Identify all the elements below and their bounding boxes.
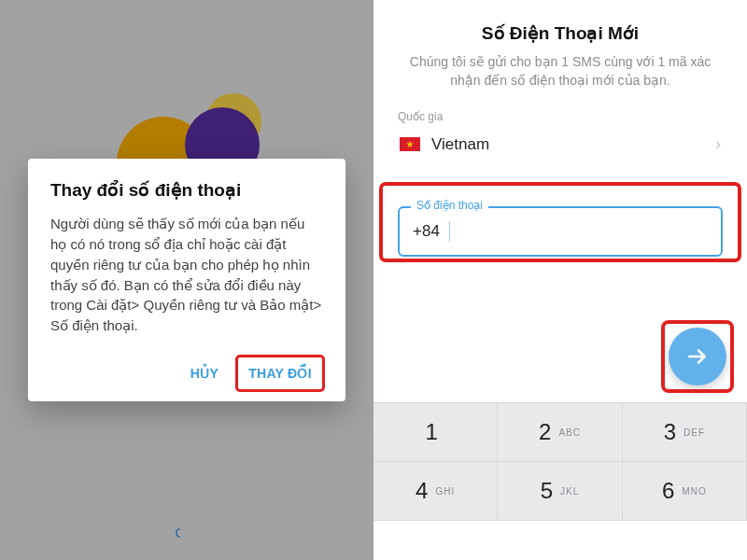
phone-field-highlight: Số điện thoại +84	[383, 186, 738, 259]
next-button-highlight	[665, 324, 730, 389]
modal-scrim[interactable]: Thay đổi số điện thoại Người dùng sẽ thấ…	[0, 0, 374, 560]
dialog-body: Người dùng sẽ thấy số mới của bạn nếu họ…	[50, 214, 323, 336]
confirm-button[interactable]: THAY ĐỔI	[237, 357, 323, 390]
dialog-actions: HỦY THAY ĐỔI	[50, 357, 323, 390]
phone-input[interactable]	[459, 222, 708, 241]
key-1[interactable]: 1	[374, 403, 498, 462]
cancel-button[interactable]: HỦY	[179, 357, 230, 390]
country-name: Vietnam	[431, 135, 704, 154]
key-2[interactable]: 2ABC	[498, 403, 622, 462]
country-selector[interactable]: Vietnam ›	[394, 127, 726, 165]
key-3[interactable]: 3DEF	[623, 403, 747, 462]
page-title: Số Điện Thoại Mới	[398, 22, 723, 44]
dialog-title: Thay đổi số điện thoại	[50, 179, 323, 201]
key-5[interactable]: 5JKL	[498, 462, 622, 521]
phone-prefix: +84	[413, 222, 440, 241]
phone-label: Số điện thoại	[411, 199, 488, 212]
change-number-dialog: Thay đổi số điện thoại Người dùng sẽ thấ…	[28, 159, 345, 401]
next-button[interactable]	[669, 328, 726, 385]
flag-vietnam-icon	[400, 137, 420, 151]
page-subtitle: Chúng tôi sẽ gửi cho bạn 1 SMS cùng với …	[398, 53, 723, 90]
numeric-keypad: 1 2ABC 3DEF 4GHI 5JKL 6MNO	[374, 402, 747, 521]
country-label: Quốc gia	[398, 110, 726, 123]
new-phone-number-screen: Số Điện Thoại Mới Chúng tôi sẽ gửi cho b…	[374, 0, 747, 560]
phone-input-container[interactable]: +84	[398, 206, 723, 257]
chevron-right-icon: ›	[715, 134, 721, 154]
arrow-right-icon	[685, 344, 710, 369]
key-6[interactable]: 6MNO	[623, 462, 747, 521]
input-cursor	[449, 221, 450, 242]
key-4[interactable]: 4GHI	[374, 462, 498, 521]
change-number-confirm-screen: Giữ Thay đổi số điện thoại Người dùng sẽ…	[0, 0, 374, 560]
